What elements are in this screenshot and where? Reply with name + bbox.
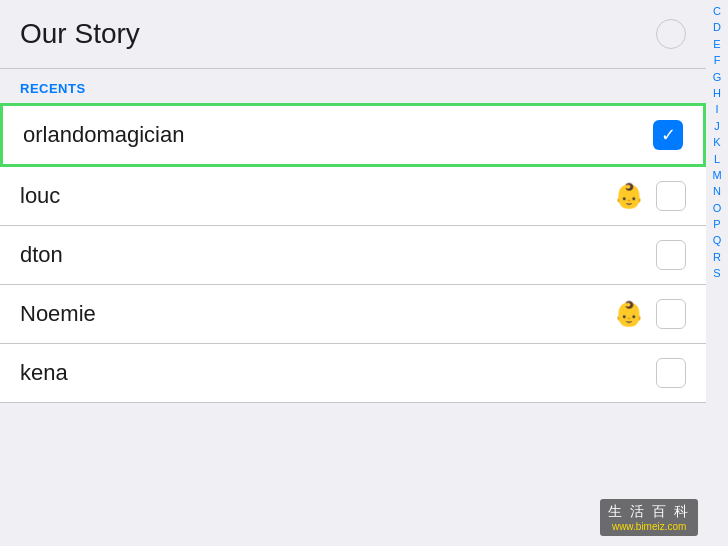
alphabet-letter[interactable]: D	[713, 20, 721, 35]
contact-checkbox[interactable]	[656, 240, 686, 270]
recents-section: RECENTS	[0, 69, 706, 103]
alphabet-letter[interactable]: E	[713, 37, 720, 52]
alphabet-letter[interactable]: Q	[713, 233, 722, 248]
contact-checkbox[interactable]	[656, 299, 686, 329]
watermark: 生 活 百 科 www.bimeiz.com	[600, 499, 698, 536]
alphabet-letter[interactable]: N	[713, 184, 721, 199]
list-item[interactable]: orlandomagician✓	[0, 103, 706, 167]
content-area: Our Story RECENTS orlandomagician✓louc👶d…	[0, 0, 706, 546]
list-item[interactable]: louc👶	[0, 167, 706, 226]
alphabet-letter[interactable]: O	[713, 201, 722, 216]
list-item[interactable]: dton	[0, 226, 706, 285]
alphabet-letter[interactable]: R	[713, 250, 721, 265]
list-item-right: 👶	[614, 181, 686, 211]
alphabet-letter[interactable]: M	[712, 168, 721, 183]
contact-name: kena	[20, 360, 68, 386]
contact-checkbox[interactable]	[656, 181, 686, 211]
alphabet-letter[interactable]: H	[713, 86, 721, 101]
baby-emoji-icon: 👶	[614, 300, 644, 328]
baby-emoji-icon: 👶	[614, 182, 644, 210]
main-container: Our Story RECENTS orlandomagician✓louc👶d…	[0, 0, 728, 546]
watermark-chinese: 生 活 百 科	[608, 503, 690, 521]
contact-name: louc	[20, 183, 60, 209]
alphabet-letter[interactable]: K	[713, 135, 720, 150]
alphabet-letter[interactable]: S	[713, 266, 720, 281]
alphabet-letter[interactable]: F	[714, 53, 721, 68]
alphabet-letter[interactable]: C	[713, 4, 721, 19]
checkmark-icon: ✓	[661, 126, 676, 144]
contact-checkbox[interactable]	[656, 358, 686, 388]
list-item[interactable]: kena	[0, 344, 706, 403]
list-item-right	[656, 358, 686, 388]
list-item[interactable]: Noemie👶	[0, 285, 706, 344]
list-item-right	[656, 240, 686, 270]
alphabet-letter[interactable]: I	[715, 102, 718, 117]
alphabet-letter[interactable]: P	[713, 217, 720, 232]
contact-name: orlandomagician	[23, 122, 184, 148]
alphabet-letter[interactable]: G	[713, 70, 722, 85]
our-story-checkbox[interactable]	[656, 19, 686, 49]
our-story-row[interactable]: Our Story	[0, 0, 706, 69]
list-item-right: 👶	[614, 299, 686, 329]
alphabet-letter[interactable]: J	[714, 119, 720, 134]
contact-name: dton	[20, 242, 63, 268]
alphabet-letter[interactable]: L	[714, 152, 720, 167]
alphabet-sidebar[interactable]: CDEFGHIJKLMNOPQRS	[706, 0, 728, 546]
watermark-url: www.bimeiz.com	[612, 521, 686, 532]
list-item-right: ✓	[653, 120, 683, 150]
our-story-label: Our Story	[20, 18, 140, 50]
contact-list: orlandomagician✓louc👶dtonNoemie👶kena	[0, 103, 706, 403]
recents-label: RECENTS	[20, 81, 86, 96]
contact-name: Noemie	[20, 301, 96, 327]
contact-checkbox[interactable]: ✓	[653, 120, 683, 150]
